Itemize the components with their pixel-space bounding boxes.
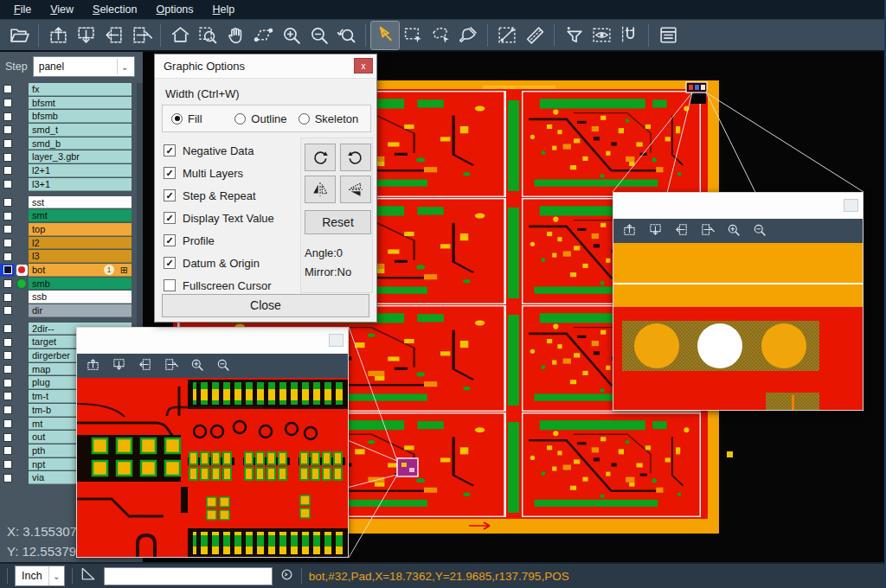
clear-brush-icon[interactable] — [454, 22, 482, 49]
checkbox-display-text-value[interactable]: ✓Display Text Value — [164, 207, 274, 229]
layer-checkbox[interactable] — [0, 349, 15, 362]
checkbox-step-repeat[interactable]: ✓Step & Repeat — [164, 184, 274, 207]
reset-button[interactable]: Reset — [305, 210, 371, 234]
magnifier-title-bar[interactable] — [77, 328, 348, 354]
zoom-out-icon[interactable] — [752, 222, 767, 240]
menu-view[interactable]: View — [42, 2, 82, 17]
step-dropdown[interactable]: panel ⌄ — [33, 56, 135, 77]
board-move-up-icon[interactable] — [86, 357, 100, 375]
board-move-left-icon[interactable] — [674, 222, 689, 240]
layer-checkbox[interactable] — [0, 124, 15, 137]
layer-checkbox[interactable] — [0, 264, 15, 277]
layer-checkbox[interactable] — [0, 164, 15, 177]
board-move-down-icon[interactable] — [72, 22, 100, 49]
board-move-right-icon[interactable] — [164, 357, 178, 375]
layer-name[interactable]: l3 — [29, 250, 132, 263]
layer-name[interactable]: l2 — [29, 237, 132, 250]
checkbox-multi-layers[interactable]: ✓Multi Layers — [164, 162, 274, 184]
layer-name[interactable]: bfsmt — [29, 97, 132, 110]
filter-icon[interactable] — [560, 22, 587, 49]
menu-options[interactable]: Options — [147, 2, 202, 17]
layer-name[interactable]: l2+1 — [29, 164, 132, 177]
layer-checkbox[interactable] — [0, 178, 15, 191]
menu-selection[interactable]: Selection — [84, 2, 145, 17]
magnifier-title-bar[interactable] — [613, 193, 863, 219]
window-menu-button[interactable] — [329, 334, 343, 347]
layer-panel-icon[interactable] — [654, 22, 682, 49]
layer-name[interactable]: layer_3.gbr — [29, 150, 132, 163]
layer-checkbox[interactable] — [0, 196, 15, 209]
layer-row-l2[interactable]: l2 — [0, 237, 143, 250]
layer-checkbox[interactable] — [0, 250, 15, 263]
layer-checkbox[interactable] — [0, 97, 15, 110]
layer-name[interactable]: smb — [29, 278, 132, 291]
unit-dropdown[interactable]: Inch ⌄ — [15, 566, 65, 586]
pan-hand-icon[interactable] — [222, 22, 249, 49]
close-button[interactable]: Close — [162, 294, 369, 317]
layer-row-ssb[interactable]: ssb — [0, 291, 143, 304]
layer-row-smd_b[interactable]: smd_b — [0, 137, 143, 150]
radio-skeleton[interactable]: Skeleton — [299, 112, 362, 125]
home-view-icon[interactable] — [166, 22, 194, 49]
board-move-up-icon[interactable] — [44, 22, 72, 49]
layer-row-smd_t[interactable]: smd_t — [0, 124, 143, 137]
radio-outline[interactable]: Outline — [234, 112, 298, 125]
snap-magnet-icon[interactable] — [615, 22, 643, 49]
close-icon[interactable]: x — [354, 58, 373, 74]
layer-name[interactable]: bot1⊞ — [29, 264, 132, 277]
layer-row-sst[interactable]: sst — [0, 196, 143, 209]
command-input[interactable] — [104, 567, 273, 585]
zoom-out-icon[interactable] — [215, 357, 230, 375]
measure-distance-icon[interactable] — [493, 22, 521, 49]
menu-help[interactable]: Help — [204, 2, 244, 17]
layer-row-bfsmb[interactable]: bfsmb — [0, 110, 143, 123]
layer-checkbox[interactable] — [0, 237, 15, 250]
layer-row-dir[interactable]: dir — [0, 304, 143, 317]
flip-horizontal-button[interactable] — [305, 176, 336, 203]
board-move-up-icon[interactable] — [622, 222, 637, 240]
layer-checkbox[interactable] — [0, 291, 15, 304]
layer-checkbox[interactable] — [0, 431, 15, 444]
zoom-in-icon[interactable] — [726, 222, 741, 240]
board-move-right-icon[interactable] — [700, 222, 715, 240]
checkbox-negative-data[interactable]: ✓Negative Data — [164, 139, 274, 162]
board-move-down-icon[interactable] — [648, 222, 663, 240]
layer-row-bot[interactable]: bot1⊞ — [0, 264, 143, 277]
view-options-icon[interactable] — [587, 22, 615, 49]
window-menu-button[interactable] — [844, 199, 858, 212]
layer-checkbox[interactable] — [0, 471, 15, 484]
magnifier-window-left[interactable] — [76, 327, 349, 558]
board-move-left-icon[interactable] — [138, 357, 152, 375]
layer-checkbox[interactable] — [0, 110, 15, 123]
layer-row-fx[interactable]: fx — [0, 83, 143, 96]
layer-name[interactable]: smt — [29, 209, 132, 222]
layer-checkbox[interactable] — [0, 376, 15, 389]
layer-row-bfsmt[interactable]: bfsmt — [0, 97, 143, 110]
zoom-in-icon[interactable] — [277, 22, 305, 49]
layer-name[interactable]: l3+1 — [29, 178, 132, 191]
flip-vertical-button[interactable] — [340, 176, 371, 203]
layer-checkbox[interactable] — [0, 209, 15, 222]
checkbox-datum-origin[interactable]: ✓Datum & Origin — [164, 252, 274, 274]
zoom-object-icon[interactable] — [249, 22, 277, 49]
layer-checkbox[interactable] — [0, 336, 15, 348]
refresh-icon[interactable] — [279, 567, 294, 585]
dialog-title[interactable]: Graphic Options — [155, 54, 376, 79]
pointer-select-icon[interactable] — [371, 22, 399, 49]
layer-name[interactable]: smd_b — [29, 137, 132, 150]
zoom-previous-icon[interactable] — [332, 22, 360, 49]
rotate-ccw-button[interactable] — [340, 144, 371, 171]
rect-select-icon[interactable] — [399, 22, 427, 49]
layer-name[interactable]: sst — [29, 196, 132, 209]
layer-name[interactable]: smd_t — [29, 124, 132, 137]
layer-checkbox[interactable] — [0, 223, 15, 236]
grid-icon[interactable]: ⊞ — [120, 264, 128, 277]
layer-row-l3[interactable]: l3 — [0, 250, 143, 263]
layer-name[interactable]: fx — [29, 83, 132, 96]
layer-checkbox[interactable] — [0, 418, 15, 431]
layer-row-smb[interactable]: smb — [0, 278, 143, 291]
layer-row-top[interactable]: top — [0, 223, 143, 236]
layer-checkbox[interactable] — [0, 83, 15, 96]
layer-name[interactable]: bfsmb — [29, 110, 132, 123]
layer-name[interactable]: dir — [29, 304, 132, 317]
